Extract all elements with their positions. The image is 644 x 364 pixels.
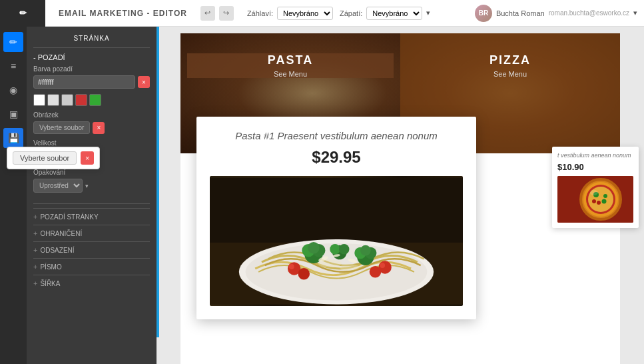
barva-label: Barva pozadí bbox=[33, 65, 150, 73]
pizza-title: PIZZA bbox=[407, 53, 613, 67]
right-card-price: $10.90 bbox=[557, 162, 633, 172]
accordion-ohraniceni[interactable]: OHRANIČENÍ bbox=[33, 225, 150, 241]
barva-clear-button[interactable]: × bbox=[138, 76, 150, 88]
sidebar-icon-save[interactable]: 💾 bbox=[3, 128, 23, 148]
opakovani-label: Opakování bbox=[33, 169, 150, 176]
user-info[interactable]: BR Buchta Roman roman.buchta@esworko.cz … bbox=[475, 5, 644, 22]
topbar: ✏ EMAIL MARKETING - EDITOR ↩ ↪ Záhlaví: … bbox=[0, 0, 644, 27]
svg-point-11 bbox=[360, 245, 371, 256]
accordion-label-1: POZADÍ STRÁNKY bbox=[40, 213, 98, 221]
right-product-card[interactable]: t vestibulum aenean nonum $10.90 bbox=[552, 147, 639, 228]
pasta-title: PASTA bbox=[187, 53, 394, 67]
accordion-label-5: ŠÍŘKA bbox=[40, 280, 60, 287]
topbar-actions: ↩ ↪ bbox=[200, 6, 234, 21]
user-chevron-icon: ▾ bbox=[633, 9, 637, 17]
product-price: $29.95 bbox=[210, 148, 463, 167]
zahlavi-label: Záhlaví: bbox=[247, 9, 273, 17]
file-clear-button[interactable]: × bbox=[93, 122, 105, 134]
svg-point-20 bbox=[370, 266, 382, 278]
left-panel: STRÁNKA - POZADÍ Barva pozadí × Obrázek … bbox=[27, 27, 157, 364]
sidebar-icon-monitor[interactable]: ▣ bbox=[3, 104, 23, 124]
umisteni-select[interactable]: Uprostřed bbox=[33, 179, 83, 193]
food-svg bbox=[210, 176, 463, 306]
svg-point-18 bbox=[380, 263, 385, 268]
pozadi-section: - POZADÍ Barva pozadí × Obrázek Vyberte … bbox=[33, 53, 150, 204]
sidebar-icon-layers[interactable]: ≡ bbox=[3, 56, 23, 76]
user-name: Buchta Roman bbox=[496, 9, 545, 17]
svg-point-14 bbox=[339, 244, 350, 255]
file-popup-close[interactable]: × bbox=[81, 151, 94, 165]
sidebar-icons: ✏ ≡ ◉ ▣ 💾 bbox=[0, 27, 27, 364]
zahlavi-field: Záhlaví: Nevybráno bbox=[247, 7, 333, 20]
product-card[interactable]: Pasta #1 Praesent vestibulum aenean nonu… bbox=[196, 117, 476, 319]
barva-input-row: × bbox=[33, 75, 150, 89]
obrazek-label: Obrázek bbox=[33, 111, 150, 119]
svg-point-33 bbox=[597, 201, 601, 205]
svg-point-19 bbox=[298, 268, 310, 280]
accordion-sirka[interactable]: ŠÍŘKA bbox=[33, 275, 150, 291]
chevron-down-icon: ▾ bbox=[426, 9, 430, 17]
accordion-odsazeni[interactable]: ODSAZENÍ bbox=[33, 241, 150, 258]
chevron-down-icon-2: ▾ bbox=[85, 183, 89, 189]
zapati-select[interactable]: Nevybráno bbox=[366, 7, 422, 20]
svg-point-34 bbox=[602, 199, 607, 203]
sidebar-icon-eye[interactable]: ◉ bbox=[3, 80, 23, 100]
sidebar-icon-edit[interactable]: ✏ bbox=[3, 32, 23, 52]
svg-point-13 bbox=[330, 244, 340, 255]
editor-area: PASTA See Menu PIZZA See Menu bbox=[157, 27, 644, 364]
accordion-label-3: ODSAZENÍ bbox=[40, 247, 74, 254]
svg-point-35 bbox=[592, 199, 596, 203]
pozadi-title: - POZADÍ bbox=[33, 53, 150, 61]
svg-point-37 bbox=[590, 190, 598, 195]
avatar: BR bbox=[475, 5, 492, 22]
accordion-pismo[interactable]: PÍSMO bbox=[33, 258, 150, 275]
file-popup-button[interactable]: Vyberte soubor bbox=[13, 151, 77, 165]
user-email: roman.buchta@esworko.cz bbox=[549, 9, 629, 17]
svg-point-22 bbox=[340, 264, 359, 271]
umisteni-row: Uprostřed ▾ bbox=[33, 179, 150, 193]
user-initials: BR bbox=[479, 9, 488, 17]
swatch-light-gray[interactable] bbox=[47, 94, 59, 106]
svg-point-16 bbox=[289, 264, 294, 269]
file-select-button[interactable]: Vyberte soubor bbox=[33, 121, 90, 134]
topbar-logo: ✏ bbox=[0, 0, 45, 27]
pasta-sub: See Menu bbox=[187, 70, 394, 78]
accordion-label-2: OHRANIČENÍ bbox=[40, 230, 82, 237]
file-row: Vyberte soubor × bbox=[33, 121, 150, 134]
zapati-label: Zápatí: bbox=[340, 9, 362, 17]
accordion-pozadi-stranky[interactable]: POZADÍ STRÁNKY bbox=[33, 208, 150, 225]
product-image bbox=[210, 176, 463, 306]
velikost-label: Velikost bbox=[33, 139, 150, 147]
topbar-title: EMAIL MARKETING - EDITOR bbox=[45, 9, 200, 18]
color-swatches bbox=[33, 94, 150, 106]
svg-point-7 bbox=[308, 242, 320, 254]
swatch-white[interactable] bbox=[33, 94, 45, 106]
swatch-gray[interactable] bbox=[61, 94, 73, 106]
product-title: Pasta #1 Praesent vestibulum aenean nonu… bbox=[210, 130, 463, 141]
right-card-image bbox=[557, 176, 633, 223]
file-popup: Vyberte soubor × bbox=[7, 147, 100, 169]
blue-border bbox=[157, 0, 159, 337]
svg-point-32 bbox=[603, 194, 607, 198]
barva-input[interactable] bbox=[33, 75, 135, 89]
pasta-text: PASTA See Menu bbox=[187, 53, 394, 78]
stranka-tab-label: STRÁNKA bbox=[33, 32, 150, 48]
accordion-label-4: PÍSMO bbox=[40, 263, 61, 271]
redo-button[interactable]: ↪ bbox=[219, 6, 234, 21]
edit-icon: ✏ bbox=[19, 8, 27, 18]
right-card-title: t vestibulum aenean nonum bbox=[557, 152, 633, 159]
swatch-red[interactable] bbox=[75, 94, 87, 106]
pizza-svg bbox=[557, 176, 633, 223]
pizza-sub: See Menu bbox=[407, 70, 613, 78]
zapati-field: Zápatí: Nevybráno ▾ bbox=[340, 7, 430, 20]
zahlavi-select[interactable]: Nevybráno bbox=[277, 7, 333, 20]
swatch-green[interactable] bbox=[89, 94, 101, 106]
undo-button[interactable]: ↩ bbox=[200, 6, 215, 21]
